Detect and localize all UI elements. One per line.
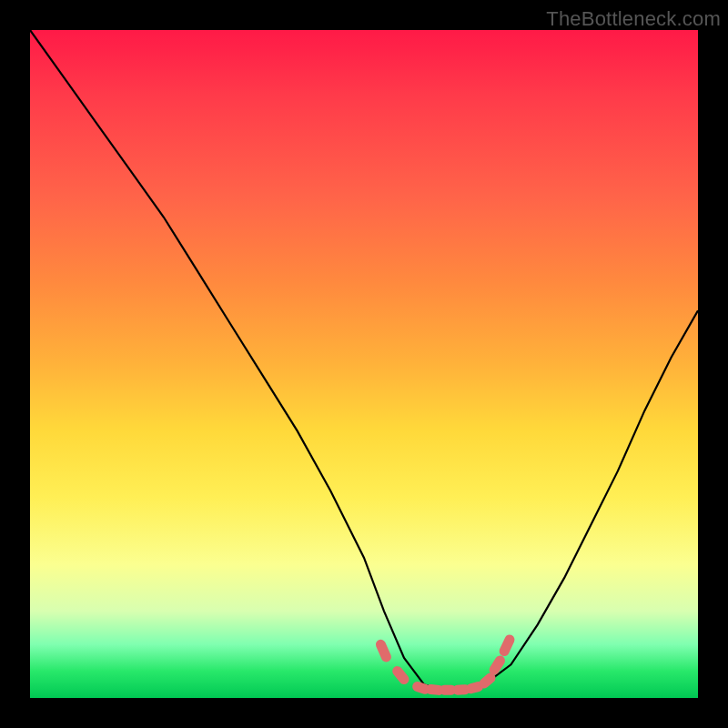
valley-marker [380,644,386,657]
valley-marker [418,687,425,690]
curve-svg [30,30,698,698]
watermark-text: TheBottleneck.com [546,7,721,31]
valley-marker [470,687,478,689]
chart-frame: TheBottleneck.com [0,0,728,728]
valley-marker [494,661,500,670]
valley-marker [484,678,490,683]
valley-marker [504,640,510,652]
valley-marker [398,672,404,680]
plot-area [30,30,698,698]
bottleneck-curve [30,30,698,692]
valley-marker [430,690,439,691]
